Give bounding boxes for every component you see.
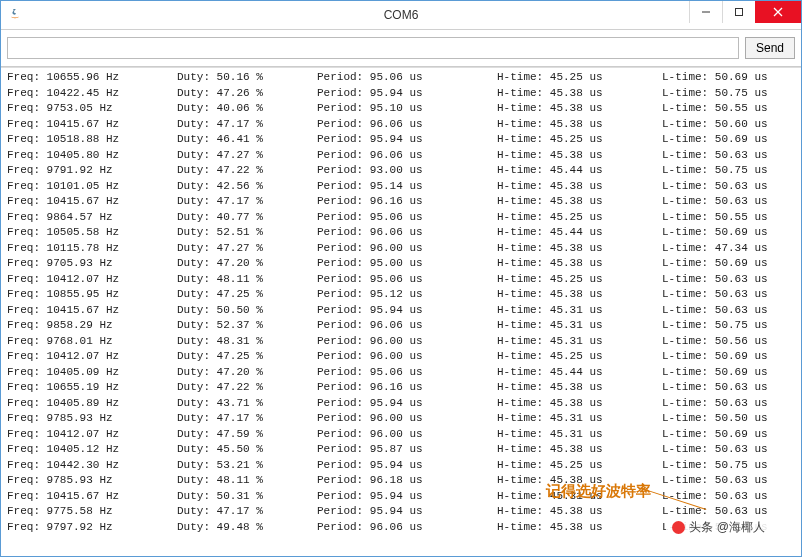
log-row: Freq: 9785.93 HzDuty: 47.17 %Period: 96.… (7, 411, 795, 427)
duty-cell: Duty: 47.26 % (177, 86, 317, 102)
send-button[interactable]: Send (745, 37, 795, 59)
close-button[interactable] (755, 1, 801, 23)
ltime-cell: L-time: 50.60 us (662, 117, 795, 133)
freq-cell: Freq: 10115.78 Hz (7, 241, 177, 257)
period-cell: Period: 95.06 us (317, 272, 497, 288)
period-cell: Period: 96.06 us (317, 318, 497, 334)
java-icon (7, 7, 23, 23)
log-row: Freq: 10415.67 HzDuty: 47.17 %Period: 96… (7, 117, 795, 133)
period-cell: Period: 95.06 us (317, 365, 497, 381)
period-cell: Period: 95.94 us (317, 396, 497, 412)
period-cell: Period: 96.06 us (317, 225, 497, 241)
log-row: Freq: 10518.88 HzDuty: 46.41 %Period: 95… (7, 132, 795, 148)
freq-cell: Freq: 10518.88 Hz (7, 132, 177, 148)
htime-cell: H-time: 45.38 us (497, 117, 662, 133)
period-cell: Period: 95.94 us (317, 86, 497, 102)
duty-cell: Duty: 47.17 % (177, 117, 317, 133)
period-cell: Period: 96.16 us (317, 194, 497, 210)
ltime-cell: L-time: 50.63 us (662, 473, 795, 489)
htime-cell: H-time: 45.31 us (497, 427, 662, 443)
period-cell: Period: 95.00 us (317, 256, 497, 272)
app-window: COM6 Send Freq: 10655.96 HzDuty: 50.16 %… (0, 0, 802, 557)
ltime-cell: L-time: 50.69 us (662, 349, 795, 365)
htime-cell: H-time: 45.25 us (497, 458, 662, 474)
command-row: Send (1, 30, 801, 67)
freq-cell: Freq: 9785.93 Hz (7, 411, 177, 427)
log-row: Freq: 10412.07 HzDuty: 47.25 %Period: 96… (7, 349, 795, 365)
period-cell: Period: 95.06 us (317, 70, 497, 86)
freq-cell: Freq: 10442.30 Hz (7, 458, 177, 474)
freq-cell: Freq: 10655.19 Hz (7, 380, 177, 396)
duty-cell: Duty: 43.71 % (177, 396, 317, 412)
log-row: Freq: 9858.29 HzDuty: 52.37 %Period: 96.… (7, 318, 795, 334)
ltime-cell: L-time: 50.75 us (662, 86, 795, 102)
period-cell: Period: 95.87 us (317, 442, 497, 458)
ltime-cell: L-time: 50.69 us (662, 132, 795, 148)
freq-cell: Freq: 9768.01 Hz (7, 334, 177, 350)
ltime-cell: L-time: 50.63 us (662, 287, 795, 303)
maximize-button[interactable] (722, 1, 755, 23)
freq-cell: Freq: 10415.67 Hz (7, 117, 177, 133)
log-row: Freq: 10115.78 HzDuty: 47.27 %Period: 96… (7, 241, 795, 257)
watermark-prefix: 头条 (689, 519, 713, 536)
command-input[interactable] (7, 37, 739, 59)
ltime-cell: L-time: 50.69 us (662, 427, 795, 443)
htime-cell: H-time: 45.38 us (497, 287, 662, 303)
duty-cell: Duty: 47.17 % (177, 194, 317, 210)
titlebar: COM6 (1, 1, 801, 30)
log-row: Freq: 9785.93 HzDuty: 48.11 %Period: 96.… (7, 473, 795, 489)
log-row: Freq: 10412.07 HzDuty: 48.11 %Period: 95… (7, 272, 795, 288)
htime-cell: H-time: 45.38 us (497, 396, 662, 412)
duty-cell: Duty: 45.50 % (177, 442, 317, 458)
freq-cell: Freq: 10422.45 Hz (7, 86, 177, 102)
freq-cell: Freq: 9753.05 Hz (7, 101, 177, 117)
duty-cell: Duty: 40.77 % (177, 210, 317, 226)
minimize-button[interactable] (689, 1, 722, 23)
htime-cell: H-time: 45.25 us (497, 70, 662, 86)
log-row: Freq: 9705.93 HzDuty: 47.20 %Period: 95.… (7, 256, 795, 272)
ltime-cell: L-time: 50.63 us (662, 148, 795, 164)
duty-cell: Duty: 47.22 % (177, 163, 317, 179)
ltime-cell: L-time: 50.56 us (662, 334, 795, 350)
ltime-cell: L-time: 50.50 us (662, 411, 795, 427)
period-cell: Period: 96.06 us (317, 117, 497, 133)
freq-cell: Freq: 10412.07 Hz (7, 427, 177, 443)
watermark: 头条 @海椰人 (666, 517, 771, 538)
watermark-user: @海椰人 (717, 519, 765, 536)
duty-cell: Duty: 42.56 % (177, 179, 317, 195)
period-cell: Period: 96.00 us (317, 334, 497, 350)
period-cell: Period: 96.00 us (317, 349, 497, 365)
ltime-cell: L-time: 50.63 us (662, 396, 795, 412)
period-cell: Period: 96.18 us (317, 473, 497, 489)
period-cell: Period: 95.14 us (317, 179, 497, 195)
log-row: Freq: 10405.89 HzDuty: 43.71 %Period: 95… (7, 396, 795, 412)
log-row: Freq: 9864.57 HzDuty: 40.77 %Period: 95.… (7, 210, 795, 226)
ltime-cell: L-time: 50.63 us (662, 272, 795, 288)
ltime-cell: L-time: 50.69 us (662, 365, 795, 381)
htime-cell: H-time: 45.38 us (497, 148, 662, 164)
log-row: Freq: 10405.09 HzDuty: 47.20 %Period: 95… (7, 365, 795, 381)
freq-cell: Freq: 9791.92 Hz (7, 163, 177, 179)
htime-cell: H-time: 45.38 us (497, 256, 662, 272)
ltime-cell: L-time: 50.75 us (662, 458, 795, 474)
period-cell: Period: 95.10 us (317, 101, 497, 117)
log-row: Freq: 9791.92 HzDuty: 47.22 %Period: 93.… (7, 163, 795, 179)
htime-cell: H-time: 45.25 us (497, 210, 662, 226)
ltime-cell: L-time: 47.34 us (662, 241, 795, 257)
freq-cell: Freq: 10405.89 Hz (7, 396, 177, 412)
freq-cell: Freq: 9775.58 Hz (7, 504, 177, 520)
htime-cell: H-time: 45.38 us (497, 101, 662, 117)
log-row: Freq: 10655.19 HzDuty: 47.22 %Period: 96… (7, 380, 795, 396)
log-row: Freq: 9768.01 HzDuty: 48.31 %Period: 96.… (7, 334, 795, 350)
log-row: Freq: 10412.07 HzDuty: 47.59 %Period: 96… (7, 427, 795, 443)
log-row: Freq: 10442.30 HzDuty: 53.21 %Period: 95… (7, 458, 795, 474)
watermark-icon (672, 521, 685, 534)
period-cell: Period: 95.94 us (317, 504, 497, 520)
log-row: Freq: 10415.67 HzDuty: 50.50 %Period: 95… (7, 303, 795, 319)
ltime-cell: L-time: 50.55 us (662, 101, 795, 117)
period-cell: Period: 96.00 us (317, 411, 497, 427)
duty-cell: Duty: 50.50 % (177, 303, 317, 319)
log-row: Freq: 10855.95 HzDuty: 47.25 %Period: 95… (7, 287, 795, 303)
duty-cell: Duty: 47.17 % (177, 411, 317, 427)
duty-cell: Duty: 48.11 % (177, 473, 317, 489)
